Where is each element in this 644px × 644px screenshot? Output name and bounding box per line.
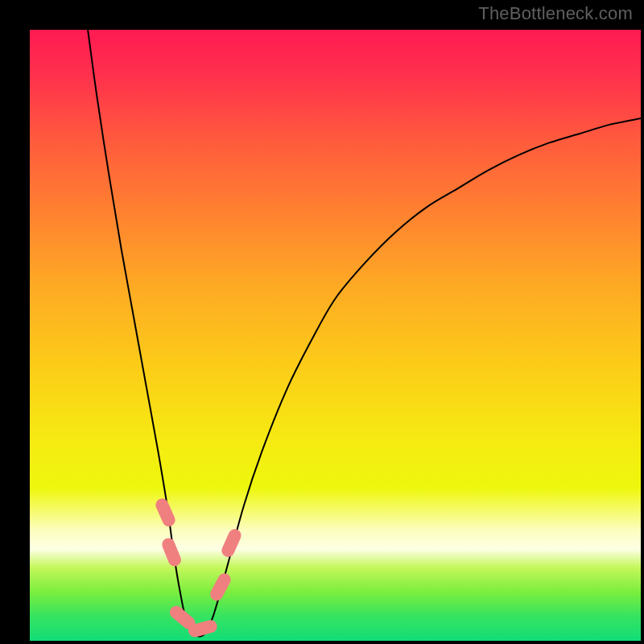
chart-frame: TheBottleneck.com (0, 0, 644, 644)
chart-plot-area (30, 30, 641, 641)
chart-svg (30, 30, 641, 641)
gradient-background (30, 30, 641, 641)
watermark-text: TheBottleneck.com (478, 3, 633, 24)
